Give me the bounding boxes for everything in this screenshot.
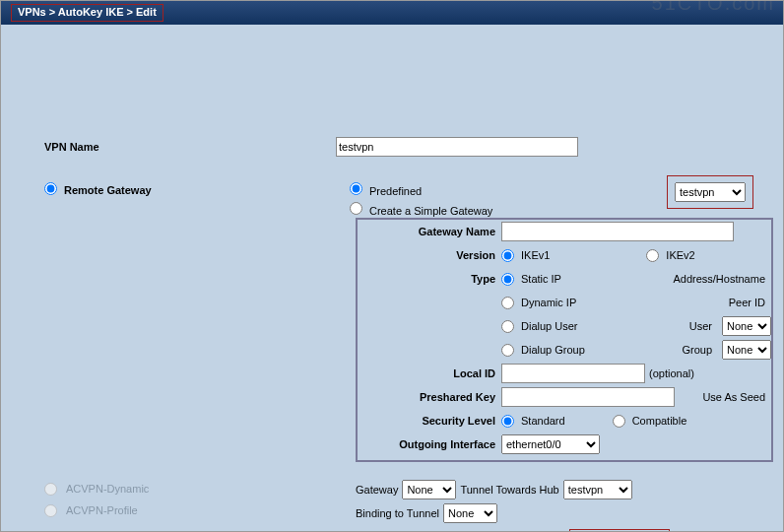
binding-to-tunnel-select[interactable]: None xyxy=(443,503,497,523)
acvpn-dynamic-radio xyxy=(44,483,57,496)
static-ip-label: Static IP xyxy=(521,273,561,285)
static-ip-radio[interactable] xyxy=(501,273,514,286)
predefined-label: Predefined xyxy=(369,185,422,197)
gateway-name-label: Gateway Name xyxy=(358,226,501,237)
tunnel-towards-hub-label: Tunnel Towards Hub xyxy=(460,484,558,496)
dynamic-ip-radio[interactable] xyxy=(501,297,514,309)
ikev2-radio[interactable] xyxy=(646,249,659,262)
outgoing-interface-label: Outgoing Interface xyxy=(358,438,501,450)
use-as-seed-label: Use As Seed xyxy=(702,391,771,403)
standard-radio[interactable] xyxy=(501,415,514,428)
gateway-name-input[interactable] xyxy=(501,222,734,241)
type-label: Type xyxy=(358,273,501,285)
dialup-group-radio[interactable] xyxy=(501,344,514,357)
simple-gateway-panel: Gateway Name Version IKEv1 IKEv2 Type St… xyxy=(356,218,773,462)
dynamic-ip-label: Dynamic IP xyxy=(521,297,576,308)
group-label: Group xyxy=(682,344,718,356)
create-simple-gateway-label: Create a Simple Gateway xyxy=(369,205,492,217)
local-id-input[interactable] xyxy=(501,364,645,383)
tunnel-towards-hub-select[interactable]: testvpn xyxy=(563,480,632,499)
group-select[interactable]: None xyxy=(722,340,771,360)
local-id-hint: (optional) xyxy=(649,367,694,379)
version-label: Version xyxy=(358,249,501,261)
local-id-label: Local ID xyxy=(358,367,501,379)
bottom-options: Gateway None Tunnel Towards Hub testvpn … xyxy=(356,478,779,525)
predefined-gateway-select[interactable]: testvpn xyxy=(675,182,746,202)
create-simple-gateway-radio[interactable] xyxy=(350,202,362,215)
acvpn-dynamic-label: ACVPN-Dynamic xyxy=(66,483,149,495)
address-hostname-label: Address/Hostname xyxy=(673,273,771,285)
preshared-key-label: Preshared Key xyxy=(358,391,501,403)
remote-gateway-label: Remote Gateway xyxy=(64,184,152,196)
binding-to-tunnel-label: Binding to Tunnel xyxy=(356,507,439,519)
vpn-name-label: VPN Name xyxy=(44,141,99,153)
user-label: User xyxy=(689,320,718,332)
form-content: VPN Name Remote Gateway Predefined Creat… xyxy=(1,25,783,42)
predefined-gateway-highlight: testvpn xyxy=(667,175,753,209)
remote-gateway-radio[interactable] xyxy=(44,182,57,195)
titlebar: VPNs > AutoKey IKE > Edit xyxy=(1,1,783,25)
ikev2-label: IKEv2 xyxy=(666,249,694,261)
compatible-radio[interactable] xyxy=(613,415,625,428)
predefined-radio[interactable] xyxy=(350,182,362,195)
dialup-group-label: Dialup Group xyxy=(521,344,585,356)
dialup-user-radio[interactable] xyxy=(501,320,514,333)
ikev1-radio[interactable] xyxy=(501,249,514,262)
compatible-label: Compatible xyxy=(632,415,687,427)
acvpn-profile-label: ACVPN-Profile xyxy=(66,504,138,516)
outgoing-interface-select[interactable]: ethernet0/0 xyxy=(501,434,600,454)
gateway-bottom-label: Gateway xyxy=(356,484,398,496)
security-level-label: Security Level xyxy=(358,415,501,427)
standard-label: Standard xyxy=(521,415,565,427)
preshared-key-input[interactable] xyxy=(501,387,675,407)
vpn-edit-window: VPNs > AutoKey IKE > Edit VPN Name Remot… xyxy=(0,0,784,532)
dialup-user-label: Dialup User xyxy=(521,320,577,332)
ikev1-label: IKEv1 xyxy=(521,249,550,261)
user-select[interactable]: None xyxy=(722,316,771,336)
acvpn-profile-radio xyxy=(44,504,57,517)
gateway-bottom-select[interactable]: None xyxy=(402,480,456,499)
vpn-name-input[interactable] xyxy=(336,137,578,157)
acvpn-section: ACVPN-Dynamic ACVPN-Profile xyxy=(44,478,149,521)
breadcrumb: VPNs > AutoKey IKE > Edit xyxy=(11,4,163,22)
peer-id-label: Peer ID xyxy=(729,297,771,308)
